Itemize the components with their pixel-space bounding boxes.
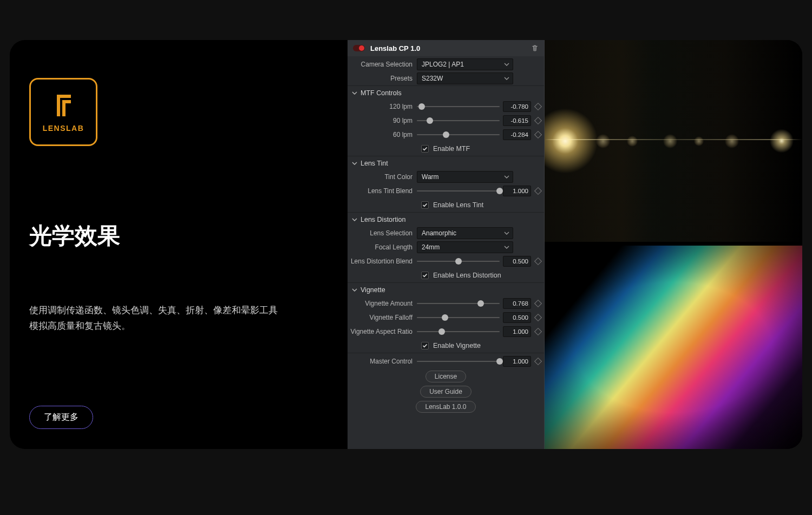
section-mtf-controls[interactable]: MTF Controls [348, 85, 544, 100]
panel-header: Lenslab CP 1.0 [348, 40, 544, 56]
focal-length-value: 24mm [422, 243, 440, 251]
keyframe-icon[interactable] [534, 258, 542, 265]
page-title: 光学效果 [29, 221, 311, 251]
vignette-falloff-slider[interactable] [417, 317, 500, 318]
master-control-label: Master Control [348, 358, 417, 365]
vignette-amount-value[interactable]: 0.768 [503, 298, 531, 309]
keyframe-icon[interactable] [534, 117, 542, 124]
presets-value: S232W [422, 75, 443, 82]
slider-thumb[interactable] [477, 300, 484, 307]
trash-icon[interactable] [531, 44, 539, 52]
enable-lens-tint-checkbox[interactable] [421, 201, 429, 209]
lens-selection-label: Lens Selection [348, 229, 417, 237]
vignette-aspect-slider[interactable] [417, 331, 500, 332]
page-description: 使用调制传递函数、镜头色调、失真、折射、像差和晕影工具模拟高质量和复古镜头。 [29, 303, 278, 334]
slider-thumb[interactable] [455, 258, 462, 265]
vignette-amount-slider[interactable] [417, 303, 500, 304]
slider-thumb[interactable] [496, 188, 503, 194]
left-column: LENSLAB 光学效果 使用调制传递函数、镜头色调、失真、折射、像差和晕影工具… [29, 78, 311, 429]
slider-90lpm-label: 90 lpm [348, 117, 417, 124]
chevron-down-icon [352, 287, 357, 293]
vignette-amount-label: Vignette Amount [348, 300, 417, 307]
camera-selection-dropdown[interactable]: JPLOG2 | AP1 [417, 58, 513, 70]
slider-90lpm[interactable] [417, 120, 500, 121]
section-lens-distortion-title: Lens Distortion [361, 216, 405, 223]
lens-selection-dropdown[interactable]: Anamorphic [417, 227, 513, 239]
keyframe-icon[interactable] [534, 187, 542, 195]
camera-selection-label: Camera Selection [348, 61, 417, 68]
master-control-value[interactable]: 1.000 [503, 356, 531, 367]
check-icon [422, 273, 428, 278]
slider-60lpm[interactable] [417, 134, 500, 135]
lens-tint-blend-label: Lens Tint Blend [348, 187, 417, 195]
vignette-aspect-value[interactable]: 1.000 [503, 326, 531, 337]
chevron-down-icon [504, 245, 509, 250]
slider-thumb[interactable] [427, 117, 433, 124]
chevron-down-icon [504, 230, 509, 236]
version-button[interactable]: LensLab 1.0.0 [416, 401, 475, 413]
vignette-falloff-value[interactable]: 0.500 [503, 312, 531, 323]
chevron-down-icon [352, 90, 357, 96]
lens-tint-blend-value[interactable]: 1.000 [503, 186, 531, 196]
slider-thumb[interactable] [442, 314, 448, 321]
vignette-falloff-label: Vignette Falloff [348, 314, 417, 321]
enable-vignette-label: Enable Vignette [433, 342, 481, 349]
keyframe-icon[interactable] [534, 300, 542, 307]
focal-length-dropdown[interactable]: 24mm [417, 241, 513, 253]
learn-more-button[interactable]: 了解更多 [29, 406, 93, 429]
enable-mtf-checkbox[interactable] [421, 145, 429, 153]
slider-120lpm-label: 120 lpm [348, 103, 417, 110]
check-icon [422, 146, 428, 151]
section-vignette[interactable]: Vignette [348, 282, 544, 296]
chevron-down-icon [352, 161, 357, 166]
slider-120lpm[interactable] [417, 106, 500, 107]
tint-color-label: Tint Color [348, 173, 417, 181]
slider-thumb[interactable] [496, 358, 503, 365]
section-lens-distortion[interactable]: Lens Distortion [348, 212, 544, 226]
keyframe-icon[interactable] [534, 131, 542, 138]
slider-60lpm-label: 60 lpm [348, 131, 417, 138]
section-vignette-title: Vignette [361, 286, 385, 294]
chevron-down-icon [504, 76, 509, 81]
camera-selection-value: JPLOG2 | AP1 [422, 61, 464, 68]
preview-lens-flare [545, 40, 802, 242]
lenslab-logo-label: LENSLAB [43, 124, 84, 133]
enable-vignette-checkbox[interactable] [421, 342, 429, 349]
vignette-aspect-label: Vignette Aspect Ratio [348, 328, 417, 335]
lens-distortion-blend-label: Lens Distortion Blend [348, 258, 417, 265]
enable-lens-tint-label: Enable Lens Tint [433, 201, 483, 209]
tint-color-value: Warm [422, 173, 439, 181]
lens-distortion-blend-value[interactable]: 0.500 [503, 256, 531, 267]
chevron-down-icon [504, 62, 509, 67]
keyframe-icon[interactable] [534, 357, 542, 365]
section-lens-tint[interactable]: Lens Tint [348, 156, 544, 170]
license-button[interactable]: License [425, 371, 466, 382]
check-icon [422, 202, 428, 208]
check-icon [422, 343, 428, 348]
section-mtf-title: MTF Controls [361, 89, 402, 97]
slider-thumb[interactable] [418, 103, 425, 110]
plugin-enable-toggle[interactable] [353, 45, 365, 51]
user-guide-button[interactable]: User Guide [420, 386, 472, 398]
keyframe-icon[interactable] [534, 314, 542, 321]
enable-lens-distortion-checkbox[interactable] [421, 272, 429, 279]
slider-120lpm-value[interactable]: -0.780 [503, 101, 531, 112]
keyframe-icon[interactable] [534, 103, 542, 110]
slider-thumb[interactable] [443, 131, 449, 138]
lenslab-logo: LENSLAB [29, 78, 97, 146]
panel-title: Lenslab CP 1.0 [370, 44, 531, 52]
master-control-slider[interactable] [417, 361, 500, 362]
keyframe-icon[interactable] [534, 328, 542, 335]
enable-lens-distortion-label: Enable Lens Distortion [433, 272, 501, 279]
presets-dropdown[interactable]: S232W [417, 72, 513, 84]
slider-90lpm-value[interactable]: -0.615 [503, 115, 531, 126]
inspector-panel: Lenslab CP 1.0 Camera Selection JPLOG2 |… [348, 40, 545, 449]
lens-distortion-blend-slider[interactable] [417, 261, 500, 262]
chevron-down-icon [504, 174, 509, 180]
enable-mtf-label: Enable MTF [433, 145, 470, 153]
lens-tint-blend-slider[interactable] [417, 190, 500, 192]
slider-60lpm-value[interactable]: -0.284 [503, 129, 531, 140]
preview-prism-refraction [545, 246, 802, 449]
slider-thumb[interactable] [438, 328, 445, 335]
tint-color-dropdown[interactable]: Warm [417, 171, 513, 183]
